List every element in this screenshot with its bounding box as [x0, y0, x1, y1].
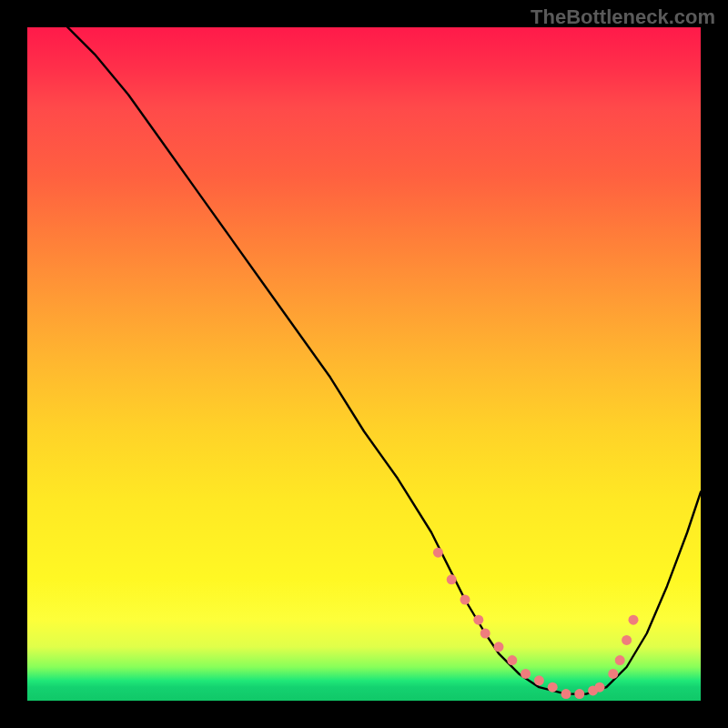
watermark-label: TheBottleneck.com: [531, 5, 715, 29]
gradient-background: [27, 27, 701, 701]
plot-area: [27, 27, 701, 701]
